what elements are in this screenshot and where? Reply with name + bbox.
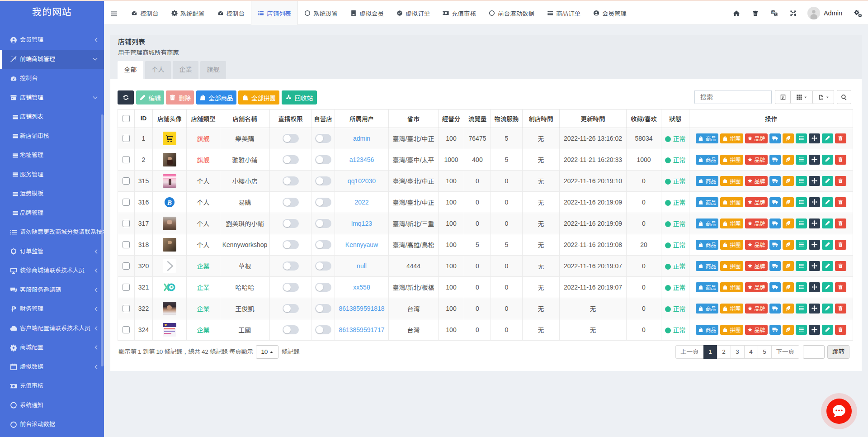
svg-text:文: 文 bbox=[774, 12, 777, 16]
svg-text:B: B bbox=[167, 199, 172, 206]
